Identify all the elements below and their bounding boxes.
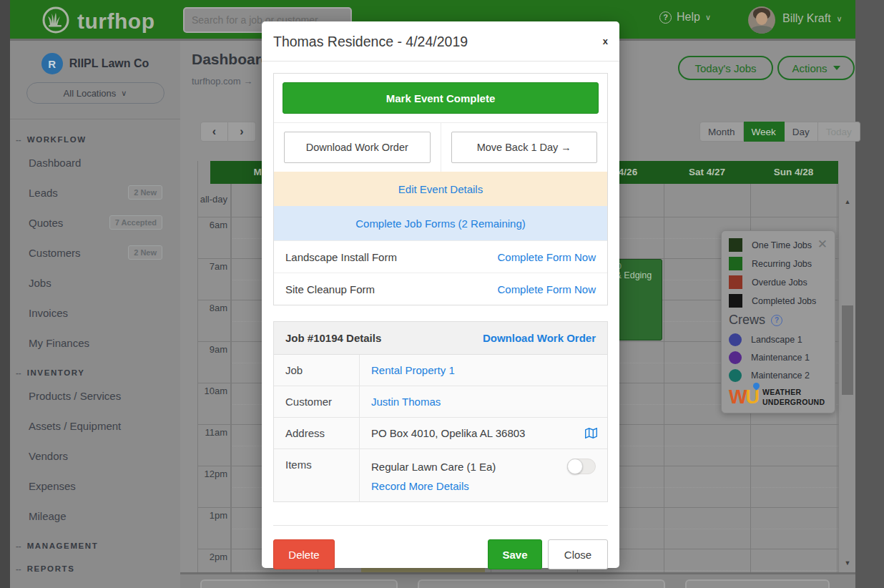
sidebar-item-invoices[interactable]: Invoices — [10, 298, 180, 328]
event-modal: Thomas Residence - 4/24/2019 x Mark Even… — [262, 21, 619, 568]
modal-close-icon[interactable]: x — [603, 36, 608, 46]
help-menu[interactable]: ? Help ∨ — [659, 11, 711, 24]
user-name: Billy Kraft — [782, 12, 831, 25]
sidebar-item-jobs[interactable]: Jobs — [10, 268, 180, 298]
company-avatar: R — [41, 53, 63, 74]
scroll-down-icon[interactable]: ▼ — [839, 559, 856, 567]
sidebar-item-my-finances[interactable]: My Finances — [10, 328, 180, 358]
view-month-button[interactable]: Month — [699, 122, 744, 142]
sidebar-item-customers[interactable]: Customers2 New — [10, 238, 180, 268]
complete-job-forms-link[interactable]: Complete Job Forms (2 Remaining) — [355, 217, 526, 230]
location-selector-label: All Locations — [64, 88, 117, 99]
day-header-sat[interactable]: Sat 4/27 — [664, 161, 750, 184]
prev-week-button[interactable]: ‹ — [200, 122, 228, 142]
wu-mark-icon: WU — [729, 388, 758, 407]
screen: turfhop ? Help ∨ Billy Kraft ∨ R RIIPL L… — [0, 0, 884, 588]
chevron-down-icon: ∨ — [121, 89, 127, 98]
close-button[interactable]: Close — [548, 539, 608, 569]
day-header-sun[interactable]: Sun 4/28 — [750, 161, 837, 184]
sidebar-item-leads[interactable]: Leads2 New — [10, 178, 180, 208]
section-workflow: --WORKFLOW — [10, 125, 180, 148]
caret-down-icon — [833, 66, 840, 70]
item-toggle[interactable] — [567, 459, 596, 474]
save-button[interactable]: Save — [488, 539, 542, 569]
help-question-icon: ? — [659, 11, 672, 24]
grid-column-line — [231, 184, 232, 572]
avatar-body — [751, 26, 772, 34]
section-dash-icon: -- — [16, 368, 21, 377]
legend-close-icon[interactable]: ✕ — [817, 238, 827, 250]
sidebar-divider — [10, 119, 180, 119]
section-management[interactable]: --MANAGEMENT — [10, 531, 180, 554]
download-work-order-link[interactable]: Download Work Order — [483, 332, 596, 344]
sidebar-item-expenses[interactable]: Expenses — [10, 471, 180, 501]
form-name: Site Cleanup Form — [285, 283, 375, 295]
location-selector[interactable]: All Locations ∨ — [26, 82, 164, 104]
grid-column-line — [664, 184, 664, 572]
download-work-order-button[interactable]: Download Work Order — [284, 132, 431, 163]
section-reports[interactable]: --REPORTS — [10, 554, 180, 577]
map-icon[interactable] — [585, 428, 597, 441]
move-back-1-day-button[interactable]: Move Back 1 Day → — [451, 132, 598, 163]
view-week-button[interactable]: Week — [744, 122, 785, 142]
overdue-jobs-swatch — [729, 275, 742, 289]
company-header[interactable]: R RIIPL Lawn Co — [10, 53, 180, 74]
customer-link[interactable]: Justin Thomas — [371, 396, 441, 408]
modal-body: Mark Event Complete Download Work Order … — [262, 62, 619, 514]
section-dash-icon: -- — [16, 542, 21, 550]
record-more-details-link[interactable]: Record More Details — [371, 480, 469, 492]
job-details-title: Job #10194 Details — [285, 332, 381, 344]
turfhop-grass-icon — [41, 6, 70, 37]
job-details-header: Job #10194 Details Download Work Order — [274, 322, 607, 355]
user-avatar[interactable] — [748, 6, 775, 34]
customers-badge: 2 New — [128, 245, 162, 260]
sidebar-item-vendors[interactable]: Vendors — [10, 441, 180, 471]
todays-jobs-button[interactable]: Today's Jobs — [678, 56, 773, 80]
view-today-button[interactable]: Today — [818, 122, 860, 142]
one-time-jobs-swatch — [729, 238, 742, 252]
table-row-items: Items Regular Lawn Care (1 Ea) Record Mo… — [274, 449, 607, 501]
sidebar-item-quotes[interactable]: Quotes7 Accepted — [10, 208, 180, 238]
help-label: Help — [677, 11, 700, 24]
sidebar-item-assets-equipment[interactable]: Assets / Equipment — [10, 411, 180, 441]
breadcrumb[interactable]: turfhop.com → — [192, 76, 252, 87]
all-day-label: all-day — [197, 194, 227, 205]
calendar-scrollbar[interactable]: ▲ ▼ — [838, 184, 855, 572]
weather-underground-logo: WU WEATHERUNDERGROUND — [729, 388, 835, 407]
modal-footer: Delete Save Close — [273, 525, 608, 569]
toggle-knob — [567, 459, 583, 474]
legend-item: Recurring Jobs — [729, 257, 835, 270]
sidebar-item-products-services[interactable]: Products / Services — [10, 381, 180, 411]
legend-card: ✕ One Time Jobs Recurring Jobs Overdue J… — [721, 230, 835, 413]
delete-button[interactable]: Delete — [273, 539, 335, 569]
complete-job-forms-band: Complete Job Forms (2 Remaining) — [274, 206, 607, 240]
page-left-margin — [0, 0, 10, 588]
completed-jobs-swatch — [729, 294, 742, 308]
complete-form-now-link[interactable]: Complete Form Now — [497, 283, 596, 295]
edit-event-details-link[interactable]: Edit Event Details — [398, 183, 483, 195]
chevron-down-icon: ∨ — [705, 13, 711, 22]
next-week-button[interactable]: › — [228, 122, 256, 142]
table-row-address: Address PO Box 4010, Opelika AL 36803 — [274, 418, 607, 449]
table-row-job: Job Rental Property 1 — [274, 355, 607, 386]
modal-header: Thomas Residence - 4/24/2019 x — [262, 21, 619, 62]
company-name: RIIPL Lawn Co — [69, 57, 149, 70]
event-actions-box: Mark Event Complete Download Work Order … — [273, 73, 608, 305]
mark-event-complete-button[interactable]: Mark Event Complete — [283, 82, 599, 114]
user-menu[interactable]: Billy Kraft ∨ — [782, 12, 843, 25]
complete-form-now-link[interactable]: Complete Form Now — [497, 251, 596, 263]
crews-help-icon[interactable]: ? — [771, 315, 782, 326]
section-dash-icon: -- — [16, 135, 21, 144]
sidebar-item-dashboard[interactable]: Dashboard — [10, 148, 180, 178]
actions-button[interactable]: Actions — [777, 56, 855, 80]
scrollbar-thumb[interactable] — [842, 305, 853, 395]
grid-column-line — [837, 184, 838, 572]
sidebar-item-mileage[interactable]: Mileage — [10, 501, 180, 531]
item-value: Regular Lawn Care (1 Ea) — [371, 461, 496, 473]
job-link[interactable]: Rental Property 1 — [371, 364, 455, 376]
calendar-view-switcher: Month Week Day Today — [699, 122, 860, 142]
scroll-up-icon[interactable]: ▲ — [839, 198, 856, 205]
view-day-button[interactable]: Day — [785, 122, 818, 142]
brand-logo[interactable]: turfhop — [41, 6, 154, 37]
page-title: Dashboard — [192, 51, 270, 68]
